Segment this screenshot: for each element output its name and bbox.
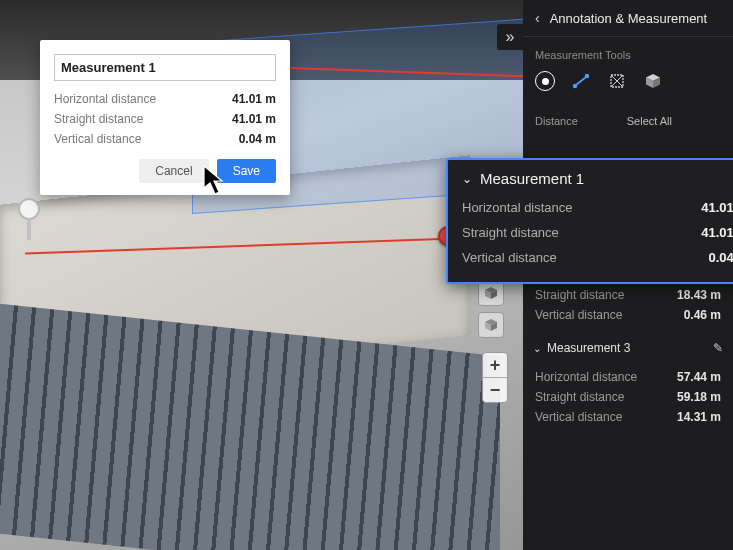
meas-label: Straight distance bbox=[535, 288, 624, 302]
measurement-highlight-card[interactable]: ⌄ Measurement 1 ✎ Horizontal distance41.… bbox=[446, 158, 733, 284]
meas-value: 0.04 m bbox=[709, 250, 733, 265]
measure-point-white[interactable] bbox=[18, 198, 40, 220]
popup-row: Horizontal distance 41.01 m bbox=[54, 89, 276, 109]
meas-value: 0.46 m bbox=[684, 308, 721, 322]
meas-value: 41.01 m bbox=[701, 225, 733, 240]
view-cube-side-button[interactable] bbox=[478, 312, 504, 338]
chevron-down-icon[interactable]: ⌄ bbox=[462, 172, 472, 186]
popup-row-value: 41.01 m bbox=[232, 92, 276, 106]
popup-row-label: Vertical distance bbox=[54, 132, 141, 146]
tool-area[interactable] bbox=[607, 71, 627, 91]
zoom-in-button[interactable]: + bbox=[483, 353, 507, 378]
distance-label: Distance bbox=[535, 115, 578, 127]
measurement-header[interactable]: ⌄ Measurement 3 ✎ bbox=[523, 335, 733, 361]
select-all-button[interactable]: Select All bbox=[627, 115, 672, 127]
measurement-tools bbox=[523, 67, 733, 105]
meas-label: Straight distance bbox=[535, 390, 624, 404]
tool-volume[interactable] bbox=[643, 71, 663, 91]
tool-line[interactable] bbox=[571, 71, 591, 91]
collapse-panel-button[interactable]: » bbox=[497, 24, 523, 50]
edit-icon[interactable]: ✎ bbox=[713, 341, 723, 355]
popup-row-value: 41.01 m bbox=[232, 112, 276, 126]
zoom-out-button[interactable]: − bbox=[483, 378, 507, 402]
save-button[interactable]: Save bbox=[217, 159, 276, 183]
tool-point[interactable] bbox=[535, 71, 555, 91]
meas-label: Vertical distance bbox=[462, 250, 557, 265]
meas-label: Straight distance bbox=[462, 225, 559, 240]
popup-row-value: 0.04 m bbox=[239, 132, 276, 146]
measurement-item[interactable]: Horizontal distance57.44 m Straight dist… bbox=[523, 361, 733, 437]
meas-value: 41.01 m bbox=[701, 200, 733, 215]
cancel-button[interactable]: Cancel bbox=[139, 159, 208, 183]
measurement-edit-popup: Horizontal distance 41.01 m Straight dis… bbox=[40, 40, 290, 195]
panel-title: Annotation & Measurement bbox=[550, 11, 708, 26]
meas-value: 14.31 m bbox=[677, 410, 721, 424]
back-icon[interactable]: ‹ bbox=[535, 10, 540, 26]
meas-value: 18.43 m bbox=[677, 288, 721, 302]
view-tools-column bbox=[478, 280, 508, 338]
meas-label: Vertical distance bbox=[535, 308, 622, 322]
measurement-name-input[interactable] bbox=[54, 54, 276, 81]
popup-row: Vertical distance 0.04 m bbox=[54, 129, 276, 149]
popup-row: Straight distance 41.01 m bbox=[54, 109, 276, 129]
panel-header: ‹ Annotation & Measurement bbox=[523, 0, 733, 37]
distance-section-header: Distance Select All bbox=[523, 105, 733, 131]
popup-row-label: Straight distance bbox=[54, 112, 143, 126]
building-facade bbox=[0, 304, 500, 550]
tools-section-label: Measurement Tools bbox=[523, 37, 733, 67]
meas-label: Horizontal distance bbox=[535, 370, 637, 384]
measurement-name: Measurement 3 bbox=[547, 341, 630, 355]
popup-row-label: Horizontal distance bbox=[54, 92, 156, 106]
zoom-control: + − bbox=[482, 352, 508, 403]
meas-label: Vertical distance bbox=[535, 410, 622, 424]
meas-value: 57.44 m bbox=[677, 370, 721, 384]
meas-label: Horizontal distance bbox=[462, 200, 573, 215]
chevron-down-icon: ⌄ bbox=[533, 343, 541, 354]
svg-line-8 bbox=[577, 78, 586, 85]
measurement-name: Measurement 1 bbox=[480, 170, 584, 187]
meas-value: 59.18 m bbox=[677, 390, 721, 404]
